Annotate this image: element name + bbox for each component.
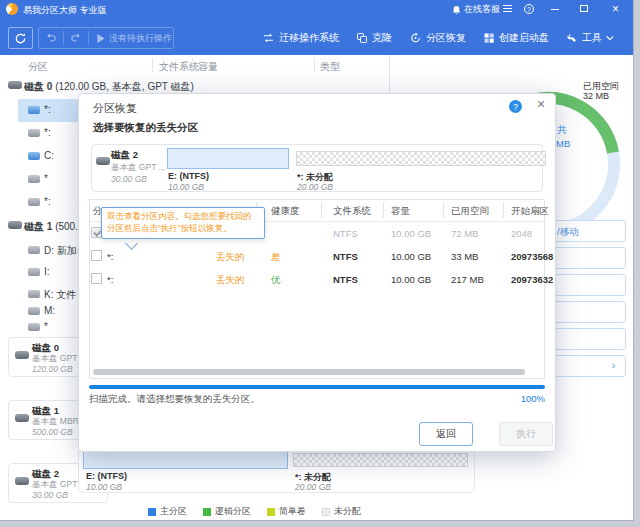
disk-icon [15,414,29,422]
column-divider [383,202,384,218]
tree-item-label: * [44,321,48,332]
dialog-map-partition-ntfs[interactable] [167,148,289,169]
tree-item-label: C: [44,150,54,161]
chevron-down-icon [606,35,614,41]
cell-health: 差 [271,251,281,264]
row-checkbox[interactable] [91,250,102,261]
dialog-close-icon[interactable]: × [537,96,545,112]
table-horizontal-scrollbar[interactable] [93,369,525,375]
online-support-label: 在线客服 [464,3,500,16]
disk-icon [15,351,29,359]
disk-icon [8,81,22,89]
table-row[interactable]: *: 丢失的 优 NTFS 10.00 GB 217 MB 20973632 [90,268,544,291]
cell-health: 优 [271,274,281,287]
minimize-button[interactable] [551,9,559,10]
disk-map-partition-unallocated[interactable] [293,453,468,467]
cell-start-sector: 2048 [511,228,532,239]
toolbar-partition-recovery[interactable]: 分区恢复 [409,31,466,45]
donut-center-line2: MB [556,138,570,149]
dialog-disk-name: 磁盘 2 [111,149,138,162]
column-divider [152,58,153,72]
partition-icon [28,152,40,160]
toolbar-create-bootable-disk-label: 创建启动盘 [499,31,549,45]
cell-status: 丢失的 [216,251,245,264]
titlebar: 易我分区大师 专业版 在线客服 ? × [0,0,633,18]
legend-simple-volume: 简单卷 [267,505,306,518]
close-button[interactable]: × [612,2,619,16]
partition-size: 20.00 GB [295,482,331,492]
help-icon[interactable]: ? [524,4,534,14]
column-divider [314,58,315,72]
dialog-map-partition-unallocated[interactable] [296,151,546,166]
column-header-capacity: 容量 [198,60,218,74]
legend-label: 简单卷 [279,505,306,518]
cell-used-space: 33 MB [451,251,478,262]
partition-label: E: (NTFS) [168,171,209,181]
partition-label: E: (NTFS) [86,471,127,481]
refresh-button[interactable] [8,27,33,49]
unallocated-swatch [322,508,330,516]
partition-icon [28,246,40,254]
simple-volume-swatch [267,508,275,516]
maximize-button[interactable] [580,5,588,12]
row-checkbox[interactable] [91,273,102,284]
legend-primary-partition: 主分区 [148,505,187,518]
bell-icon [452,5,461,15]
action-button-label: /移动 [557,226,579,239]
cell-used-space: 72 MB [451,228,478,239]
donut-center-line1: 共 [557,124,567,137]
toolbar-migrate-os[interactable]: 迁移操作系统 [262,31,339,45]
column-divider [443,202,444,218]
hint-tooltip: 双击查看分区内容。勾选您想要找回的分区然后点击“执行”按钮以恢复。 [101,207,265,239]
execute-button[interactable]: 执行 [499,422,553,446]
column-header-type: 类型 [320,60,340,74]
undo-button[interactable] [39,32,63,44]
table-header-used-space: 已用空间 [451,205,489,218]
toolbar-tools[interactable]: 工具 [566,31,614,45]
wrench-icon [566,32,578,44]
tree-item-label: *: [44,127,51,138]
disk-map-container: E: (NTFS) 10.00 GB *: 未分配 20.00 GB [78,447,475,493]
tree-item-label: K: 文件 [44,288,76,302]
disk-icon [15,477,29,485]
redo-button[interactable] [64,32,88,44]
play-icon [97,34,105,43]
toolbar-clone[interactable]: 克隆 [356,31,392,45]
toolbar-migrate-os-label: 迁移操作系统 [279,31,339,45]
dialog-help-icon[interactable]: ? [509,100,522,113]
disk-card-size: 120.00 GB [32,364,73,374]
partition-icon [28,290,40,298]
app-title: 易我分区大师 专业版 [23,4,107,17]
primary-partition-swatch [148,508,156,516]
toolbar-create-bootable-disk[interactable]: 创建启动盘 [483,31,549,45]
refresh-icon [14,32,27,45]
tree-item-label: *: [44,196,51,207]
back-button[interactable]: 返回 [419,422,473,446]
scan-progress-percent: 100% [481,393,545,404]
partition-icon [28,198,40,206]
disk-icon [96,157,110,165]
legend-label: 未分配 [334,505,361,518]
app-window: 易我分区大师 专业版 在线客服 ? × [0,0,634,521]
menu-icon[interactable] [503,5,512,12]
legend-label: 主分区 [160,505,187,518]
partition-icon [28,307,40,315]
scan-progress-bar [89,385,545,389]
disk0-info: (120.00 GB, 基本盘, GPT 磁盘) [55,81,194,92]
partition-size: 10.00 GB [86,482,122,492]
logical-partition-swatch [203,508,211,516]
chevron-right-icon: › [612,360,615,371]
partition-size: 20.00 GB [297,182,333,192]
cell-filesystem: NTFS [333,274,358,285]
disk-map-partition-ntfs[interactable] [83,451,288,469]
cell-capacity: 10.00 GB [391,274,431,285]
toolbar-partition-recovery-label: 分区恢复 [426,31,466,45]
online-support-button[interactable]: 在线客服 [452,3,500,16]
disk0-name: 磁盘 0 [24,81,52,92]
tree-item-label: M: [44,305,55,316]
table-scrollbar-track[interactable] [389,55,390,93]
table-row[interactable]: *: 丢失的 差 NTFS 10.00 GB 33 MB 20973568 [90,245,544,268]
dialog-subtitle: 选择要恢复的丢失分区 [93,121,198,135]
tree-item-label: I: [44,266,50,277]
pending-operations-button[interactable]: 没有待执行操作 [89,32,172,45]
